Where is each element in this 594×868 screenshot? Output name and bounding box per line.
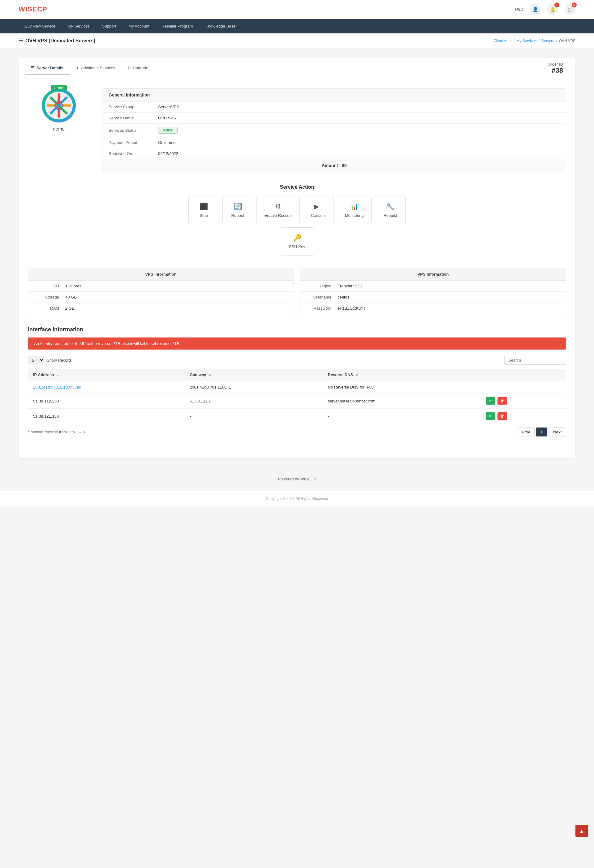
show-records-label: Show Record xyxy=(47,358,71,363)
actions-grid: ⬛ Stop 🔄 Reboot ⚙ Enable Rescue ▶_ Conso… xyxy=(28,196,566,224)
general-info-header: General Information xyxy=(102,89,566,102)
nav-reseller-program[interactable]: Reseller Program xyxy=(156,19,199,33)
table-row: 51.38.112.253 51.38.112.1 server.leasecl… xyxy=(28,394,566,409)
search-input[interactable] xyxy=(504,356,566,365)
prev-page-btn[interactable]: Prev xyxy=(517,428,535,437)
cart-btn[interactable]: 🛒 0 xyxy=(564,4,575,15)
vps-table-left-header: VPS Information xyxy=(28,268,294,280)
console-button[interactable]: ▶_ Console xyxy=(303,196,334,224)
records-per-page-select[interactable]: 5 10 25 xyxy=(28,356,44,365)
tab-upgrade[interactable]: ↻ Upgrade xyxy=(121,61,154,75)
stop-icon: ⬛ xyxy=(199,202,208,211)
pagination: Prev 1 Next xyxy=(517,428,566,437)
tab-upgrade-label: Upgrade xyxy=(133,66,148,70)
server-logo-wrap: Online xyxy=(42,89,76,123)
breadcrumb-client-area[interactable]: Client Area xyxy=(494,39,512,43)
service-info: Online xyxy=(28,89,566,172)
username-value: centos xyxy=(337,295,349,300)
enable-rescue-label: Enable Rescue xyxy=(264,213,292,218)
edit-button-2[interactable]: ✏ xyxy=(486,397,495,404)
ip-link-1[interactable]: 2001:41d0:701:1100::33a9 xyxy=(33,385,81,390)
col-gateway: Gateway ⇅ xyxy=(185,369,323,381)
tabs-header: ☰ Server Details ✦ Additional Services ↻… xyxy=(19,58,575,79)
cart-icon: 🛒 xyxy=(567,7,573,12)
footer-powered: Powered by WISECP xyxy=(0,467,594,491)
enable-rescue-button[interactable]: ⚙ Enable Rescue xyxy=(257,196,300,224)
ip-text-3: 51.38.121.180 xyxy=(33,414,59,419)
ssh-key-button[interactable]: 🔑 SSH Key xyxy=(280,227,314,255)
cell-gateway-3: - xyxy=(185,409,323,424)
table-controls: 5 10 25 Show Record xyxy=(28,356,566,365)
info-row-services-status: Services Status Active xyxy=(102,124,566,137)
password-label: Password xyxy=(307,306,337,311)
table-body: 2001:41d0:701:1100::33a9 2001:41d0:701:1… xyxy=(28,381,566,424)
password-value: eF1BZGtxKu*R xyxy=(337,306,365,311)
tabs-left: ☰ Server Details ✦ Additional Services ↻… xyxy=(25,61,154,75)
current-page-btn[interactable]: 1 xyxy=(536,428,547,437)
cell-ip-1: 2001:41d0:701:1100::33a9 xyxy=(28,381,185,394)
tabs-container: ☰ Server Details ✦ Additional Services ↻… xyxy=(19,58,575,458)
info-row-service-group: Service Group Server/VPS xyxy=(102,102,566,112)
ip-text-2: 51.38.112.253 xyxy=(33,399,59,403)
cell-rdns-2: server.leasecloudhost.com. xyxy=(323,394,481,409)
info-row-payment-period: Payment Period One Time xyxy=(102,137,566,148)
delete-button-2[interactable]: 🗑 xyxy=(498,397,507,404)
server-name: demo xyxy=(53,126,65,131)
nav-support[interactable]: Support xyxy=(96,19,123,33)
content-area: Online xyxy=(19,79,575,458)
cell-actions-1 xyxy=(481,381,566,394)
table-row: 51.38.121.180 - - ✏ 🗑 xyxy=(28,409,566,424)
reboot-icon: 🔄 xyxy=(233,202,242,211)
ssh-key-icon: 🔑 xyxy=(293,234,301,242)
vps-table-right-header: VPS Information xyxy=(300,268,566,280)
table-header: IP Address ▲ Gateway ⇅ Reverse DNS ⇅ xyxy=(28,369,566,381)
nav-buy-new-service[interactable]: Buy New Service xyxy=(19,19,62,33)
interface-title: Interface Information xyxy=(28,326,566,333)
vps-row-cpu: CPU 1 vCores xyxy=(28,280,294,292)
reboot-button[interactable]: 🔄 Reboot xyxy=(222,196,253,224)
rebuild-button[interactable]: 🔧 Rebuild xyxy=(375,196,406,224)
stop-button[interactable]: ⬛ Stop xyxy=(188,196,219,224)
user-icon-btn[interactable]: 👤 xyxy=(530,4,541,15)
nav-my-account[interactable]: My Account xyxy=(122,19,155,33)
page-title-icon: ☰ xyxy=(19,38,23,44)
storage-label: Storage xyxy=(34,295,65,300)
table-row: 2001:41d0:701:1100::33a9 2001:41d0:701:1… xyxy=(28,381,566,394)
nav-my-services[interactable]: My Services xyxy=(62,19,96,33)
logo: WISECP xyxy=(19,5,47,13)
tab-additional-services[interactable]: ✦ Additional Services xyxy=(69,61,121,75)
services-status-label: Services Status xyxy=(109,128,158,133)
monitoring-label: Monitoring xyxy=(345,213,364,218)
tab-server-details-label: Server Details xyxy=(37,66,64,70)
rescue-icon: ⚙ xyxy=(275,202,281,211)
service-group-value: Server/VPS xyxy=(158,105,179,109)
tab-server-details[interactable]: ☰ Server Details xyxy=(25,61,69,75)
nav-knowledge-base[interactable]: Knowledge Base xyxy=(199,19,242,33)
cpu-label: CPU xyxy=(34,283,65,288)
info-row-renewed-on: Renewed On 06/12/2022 xyxy=(102,148,566,159)
vps-info-section: VPS Information CPU 1 vCores Storage 40 … xyxy=(28,268,566,314)
payment-period-value: One Time xyxy=(158,140,176,145)
next-page-btn[interactable]: Next xyxy=(548,428,566,437)
notifications-btn[interactable]: 🔔 1 xyxy=(547,4,558,15)
cell-ip-2: 51.38.112.253 xyxy=(28,394,185,409)
powered-text: Powered by WISECP xyxy=(278,477,316,481)
status-badge: Active xyxy=(158,127,177,134)
breadcrumb-sep-3: / xyxy=(556,39,557,43)
amount-row: Amount : $0 xyxy=(102,159,566,172)
ram-value: 2 GB xyxy=(65,306,75,311)
delete-button-3[interactable]: 🗑 xyxy=(498,412,507,420)
vps-row-region: Region Frankfurt DE2 xyxy=(300,280,566,292)
logo-accent: CP xyxy=(37,5,47,13)
tab-additional-services-label: Additional Services xyxy=(81,66,115,70)
region-label: Region xyxy=(307,283,337,288)
edit-button-3[interactable]: ✏ xyxy=(486,412,495,420)
vps-table-left: VPS Information CPU 1 vCores Storage 40 … xyxy=(28,268,294,314)
region-value: Frankfurt DE2 xyxy=(337,283,363,288)
top-header: WISECP USD 👤 🔔 1 🛒 0 xyxy=(0,0,594,19)
breadcrumb-servers[interactable]: Servers xyxy=(541,39,554,43)
monitoring-button[interactable]: 📊 Monitoring xyxy=(337,196,372,224)
breadcrumb-my-services[interactable]: My Services xyxy=(516,39,536,43)
order-id-label: Order ID xyxy=(548,62,563,66)
payment-period-label: Payment Period xyxy=(109,140,158,145)
